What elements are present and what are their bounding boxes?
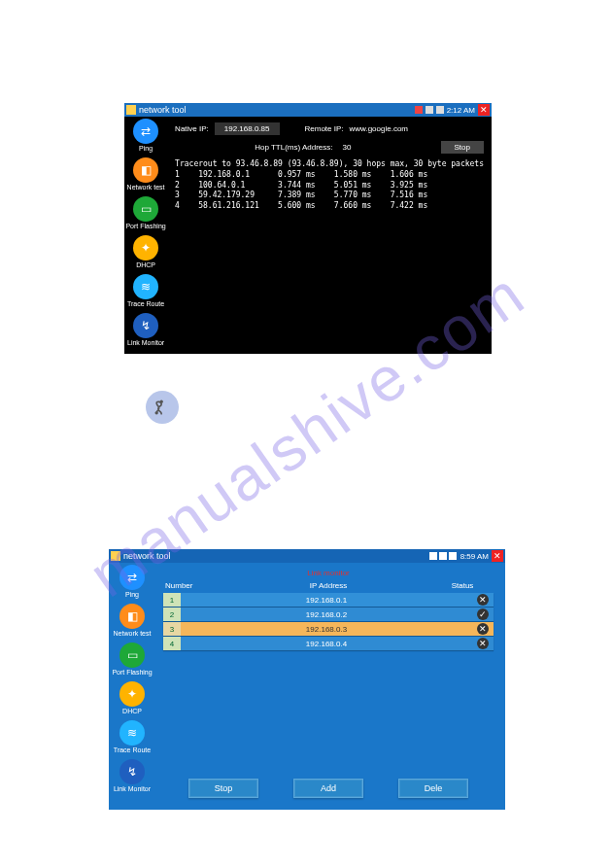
window-title: network tool xyxy=(139,105,415,115)
nav-label: Trace Route xyxy=(127,300,164,307)
status-tray xyxy=(415,106,444,114)
cell-ip: 192.168.0.2 xyxy=(181,610,472,619)
nav-icon: ✦ xyxy=(133,235,158,260)
clock: 8:59 AM xyxy=(460,552,489,561)
nav-label: DHCP xyxy=(136,261,155,268)
sidebar-item-ping[interactable]: ⇄Ping xyxy=(119,565,145,598)
cell-number: 3 xyxy=(163,622,181,636)
nav-label: Port Flashing xyxy=(112,669,152,676)
nav-label: Trace Route xyxy=(114,746,151,753)
nav-icon: ◧ xyxy=(119,604,145,629)
nav-label: Port Flashing xyxy=(125,223,165,229)
table-row[interactable]: 4192.168.0.4✕ xyxy=(163,637,494,650)
nav-icon: ⇄ xyxy=(133,119,158,144)
sd-icon xyxy=(415,106,423,114)
button-row: Stop Add Dele xyxy=(163,773,494,802)
nav-label: DHCP xyxy=(122,708,142,714)
battery-icon xyxy=(436,106,444,114)
remote-ip-label: Remote IP: xyxy=(305,124,344,133)
close-icon[interactable]: ✕ xyxy=(478,104,490,116)
sd-icon xyxy=(429,552,437,560)
nav-icon: ≋ xyxy=(133,274,158,299)
nav-icon: ≋ xyxy=(119,720,145,746)
nav-icon: ▭ xyxy=(133,196,158,222)
window-title: network tool xyxy=(123,551,428,561)
nav-label: Link Monitor xyxy=(127,339,164,346)
native-ip-value[interactable]: 192.168.0.85 xyxy=(215,122,280,135)
cell-number: 4 xyxy=(163,637,181,650)
status-icon: ✓ xyxy=(477,608,489,620)
add-button[interactable]: Add xyxy=(293,779,363,798)
nav-icon: ↯ xyxy=(133,313,158,338)
nav-icon: ⇄ xyxy=(119,565,145,590)
hop-label: Hop TTL(ms) Address: xyxy=(255,143,332,152)
header-status: Status xyxy=(433,581,492,590)
sidebar-item-port-flashing[interactable]: ▭Port Flashing xyxy=(125,196,165,229)
status-icon: ✕ xyxy=(477,623,489,635)
sidebar-item-trace-route[interactable]: ≋Trace Route xyxy=(114,720,151,753)
status-icon: ✕ xyxy=(477,594,489,606)
cell-number: 1 xyxy=(163,593,181,607)
app-icon xyxy=(126,105,136,115)
cell-ip: 192.168.0.3 xyxy=(181,625,472,634)
main-panel: Link monitor Number IP Address Status 11… xyxy=(155,563,505,810)
nav-icon: ◧ xyxy=(133,157,158,183)
sidebar-item-network-test[interactable]: ◧Network test xyxy=(127,157,165,191)
sidebar-item-dhcp[interactable]: ✦DHCP xyxy=(119,681,145,714)
cell-status: ✕ xyxy=(472,594,494,606)
nav-label: Network test xyxy=(114,630,152,637)
nav-icon: ✦ xyxy=(119,681,145,707)
status-icon: ✕ xyxy=(477,638,489,649)
panel-title: Link monitor xyxy=(163,569,494,577)
main-panel: Native IP: 192.168.0.85 Remote IP: www.g… xyxy=(167,117,492,354)
battery-icon xyxy=(449,552,457,560)
native-ip-label: Native IP: xyxy=(175,124,209,133)
table-row[interactable]: 1192.168.0.1✕ xyxy=(163,593,494,607)
sidebar-item-trace-route[interactable]: ≋Trace Route xyxy=(127,274,164,307)
nav-label: Ping xyxy=(139,145,153,152)
nav-label: Network test xyxy=(127,184,165,191)
nav-icon: ↯ xyxy=(119,759,145,784)
titlebar: network tool 2:12 AM ✕ xyxy=(124,103,492,117)
cell-status: ✓ xyxy=(472,608,494,620)
nav-label: Ping xyxy=(125,591,139,598)
cell-number: 2 xyxy=(163,608,181,621)
nav-label: Link Monitor xyxy=(114,785,151,792)
trace-output: Tracerout to 93.46.8.89 (93.46.8.89), 30… xyxy=(175,159,484,212)
cell-ip: 192.168.0.1 xyxy=(181,596,472,605)
table-row[interactable]: 3192.168.0.3✕ xyxy=(163,622,494,636)
nav-icon: ▭ xyxy=(119,642,145,668)
titlebar: network tool 8:59 AM ✕ xyxy=(109,549,505,563)
dele-button[interactable]: Dele xyxy=(398,779,468,798)
stop-button[interactable]: Stop xyxy=(188,779,258,798)
header-ip: IP Address xyxy=(223,581,433,590)
close-icon[interactable]: ✕ xyxy=(492,550,503,562)
sidebar-item-port-flashing[interactable]: ▭Port Flashing xyxy=(112,642,152,676)
sidebar-item-link-monitor[interactable]: ↯Link Monitor xyxy=(127,313,164,346)
route-icon xyxy=(146,391,179,424)
table-header: Number IP Address Status xyxy=(163,581,494,593)
stop-button[interactable]: Stop xyxy=(441,141,484,154)
wifi-icon xyxy=(426,106,433,114)
cell-ip: 192.168.0.4 xyxy=(181,640,472,648)
svg-point-1 xyxy=(160,400,163,403)
table-row[interactable]: 2192.168.0.2✓ xyxy=(163,608,494,621)
sidebar-item-dhcp[interactable]: ✦DHCP xyxy=(133,235,158,268)
hop-value: 30 xyxy=(343,143,352,152)
cell-status: ✕ xyxy=(472,638,494,649)
sidebar: ⇄Ping◧Network test▭Port Flashing✦DHCP≋Tr… xyxy=(124,117,167,354)
remote-ip-value[interactable]: www.google.com xyxy=(350,124,408,133)
clock: 2:12 AM xyxy=(447,106,475,115)
app-link-monitor: network tool 8:59 AM ✕ ⇄Ping◧Network tes… xyxy=(109,549,505,810)
wifi-icon xyxy=(439,552,447,560)
header-number: Number xyxy=(165,581,223,590)
app-icon xyxy=(111,551,120,561)
svg-point-0 xyxy=(155,411,158,414)
table-body: 1192.168.0.1✕2192.168.0.2✓3192.168.0.3✕4… xyxy=(163,593,494,651)
sidebar: ⇄Ping◧Network test▭Port Flashing✦DHCP≋Tr… xyxy=(109,563,155,810)
sidebar-item-link-monitor[interactable]: ↯Link Monitor xyxy=(114,759,151,792)
sidebar-item-network-test[interactable]: ◧Network test xyxy=(114,604,152,637)
sidebar-item-ping[interactable]: ⇄Ping xyxy=(133,119,158,152)
app-traceroute: network tool 2:12 AM ✕ ⇄Ping◧Network tes… xyxy=(124,103,492,354)
cell-status: ✕ xyxy=(472,623,494,635)
